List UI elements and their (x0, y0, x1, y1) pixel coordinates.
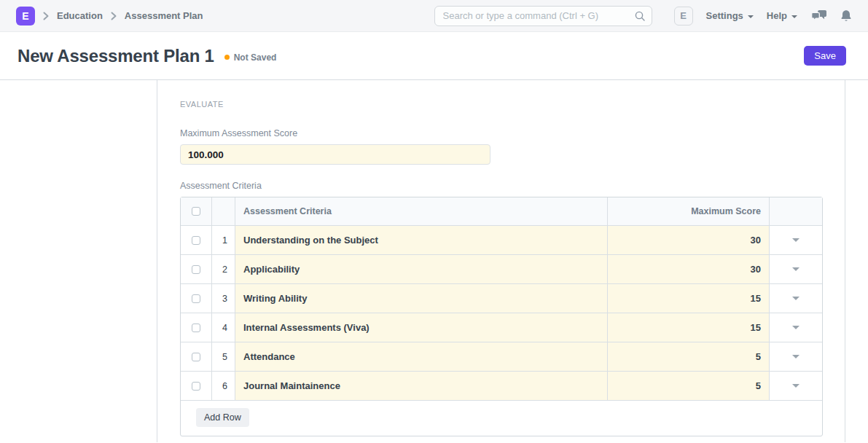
criteria-cell[interactable]: Attendance (235, 342, 607, 371)
select-all-checkbox[interactable] (192, 207, 200, 216)
page-title: New Assessment Plan 1 (17, 46, 214, 66)
row-expand-button[interactable] (769, 226, 822, 254)
breadcrumb-assessment-plan[interactable]: Assessment Plan (125, 10, 203, 21)
grid-footer: Add Row (181, 400, 822, 436)
row-checkbox-cell (181, 372, 211, 400)
chevron-right-icon (111, 12, 117, 20)
header-checkbox-cell (181, 197, 211, 225)
table-row: 5 Attendance 5 (181, 342, 822, 371)
row-index: 1 (211, 226, 235, 254)
max-score-label: Maximum Assessment Score (180, 128, 845, 138)
navbar: E Education Assessment Plan E Settings H… (0, 0, 868, 32)
help-label: Help (767, 10, 787, 21)
content-area: EVALUATE Maximum Assessment Score Assess… (0, 80, 868, 442)
max-score-input[interactable] (180, 144, 490, 165)
section-label-evaluate: EVALUATE (180, 100, 845, 109)
breadcrumb-education[interactable]: Education (57, 10, 103, 21)
header-criteria-cell: Assessment Criteria (235, 197, 607, 225)
table-row: 2 Applicability 30 (181, 254, 822, 283)
chevron-down-icon (792, 326, 799, 329)
row-checkbox[interactable] (192, 324, 200, 332)
chevron-down-icon (748, 15, 754, 18)
form-sidebar-spacer (0, 80, 157, 442)
table-row: 3 Writing Ability 15 (181, 283, 822, 313)
criteria-cell[interactable]: Journal Maintainence (235, 372, 607, 400)
search-input[interactable] (434, 6, 652, 26)
table-row: 1 Understanding on the Subject 30 (181, 225, 822, 254)
table-row: 4 Internal Assessments (Viva) 15 (181, 313, 822, 342)
chevron-right-icon (43, 12, 49, 20)
chevron-down-icon (792, 238, 799, 242)
row-index: 6 (211, 372, 235, 400)
chevron-down-icon (792, 297, 799, 300)
row-index: 3 (211, 284, 235, 313)
search-icon (634, 10, 646, 25)
row-checkbox-cell (181, 313, 211, 342)
score-cell[interactable]: 5 (607, 372, 769, 400)
row-expand-button[interactable] (769, 284, 822, 313)
criteria-cell[interactable]: Applicability (235, 255, 607, 283)
row-checkbox-cell (181, 226, 211, 254)
right-spacer (845, 80, 868, 442)
row-checkbox-cell (181, 342, 211, 371)
score-cell[interactable]: 15 (607, 284, 769, 313)
row-checkbox[interactable] (192, 265, 200, 274)
grid-header-row: Assessment Criteria Maximum Score (181, 197, 822, 225)
criteria-cell[interactable]: Writing Ability (235, 284, 607, 313)
criteria-cell[interactable]: Understanding on the Subject (235, 226, 607, 254)
score-cell[interactable]: 30 (607, 255, 769, 283)
row-expand-button[interactable] (769, 372, 822, 400)
row-checkbox[interactable] (192, 353, 200, 361)
header-score-cell: Maximum Score (607, 197, 769, 225)
row-expand-button[interactable] (769, 313, 822, 342)
assessment-criteria-label: Assessment Criteria (180, 181, 845, 191)
score-cell[interactable]: 30 (607, 226, 769, 254)
help-menu[interactable]: Help (767, 10, 797, 21)
row-checkbox[interactable] (192, 382, 200, 391)
add-row-button[interactable]: Add Row (196, 408, 249, 427)
settings-label: Settings (706, 10, 743, 21)
row-checkbox-cell (181, 255, 211, 283)
chevron-down-icon (792, 384, 799, 388)
chevron-down-icon (792, 355, 799, 358)
header-index-cell (211, 197, 235, 225)
row-index: 5 (211, 342, 235, 371)
table-row: 6 Journal Maintainence 5 (181, 371, 822, 400)
row-checkbox[interactable] (192, 236, 200, 245)
save-button[interactable]: Save (804, 46, 846, 66)
form-body: EVALUATE Maximum Assessment Score Assess… (157, 80, 845, 442)
score-cell[interactable]: 5 (607, 342, 769, 371)
notifications-bell-icon[interactable] (840, 9, 852, 23)
row-checkbox-cell (181, 284, 211, 313)
page-head: New Assessment Plan 1 Not Saved Save (0, 32, 868, 80)
row-expand-button[interactable] (769, 342, 822, 371)
status-label: Not Saved (234, 52, 277, 63)
status-indicator: Not Saved (224, 52, 277, 63)
row-index: 2 (211, 255, 235, 283)
app-logo[interactable]: E (16, 7, 35, 26)
settings-menu[interactable]: Settings (706, 10, 754, 21)
grid-rows: 1 Understanding on the Subject 30 2 Appl… (181, 225, 822, 400)
user-avatar[interactable]: E (674, 7, 693, 26)
not-saved-dot-icon (224, 55, 230, 60)
global-search (434, 6, 652, 26)
chevron-down-icon (792, 267, 799, 271)
row-expand-button[interactable] (769, 255, 822, 283)
chevron-down-icon (791, 15, 797, 18)
criteria-cell[interactable]: Internal Assessments (Viva) (235, 313, 607, 342)
header-actions-cell (769, 197, 822, 225)
score-cell[interactable]: 15 (607, 313, 769, 342)
row-checkbox[interactable] (192, 294, 200, 303)
navbar-right: E Settings Help (434, 6, 852, 26)
assessment-criteria-grid: Assessment Criteria Maximum Score 1 Unde… (180, 197, 823, 436)
chat-icon[interactable] (810, 9, 827, 23)
row-index: 4 (211, 313, 235, 342)
